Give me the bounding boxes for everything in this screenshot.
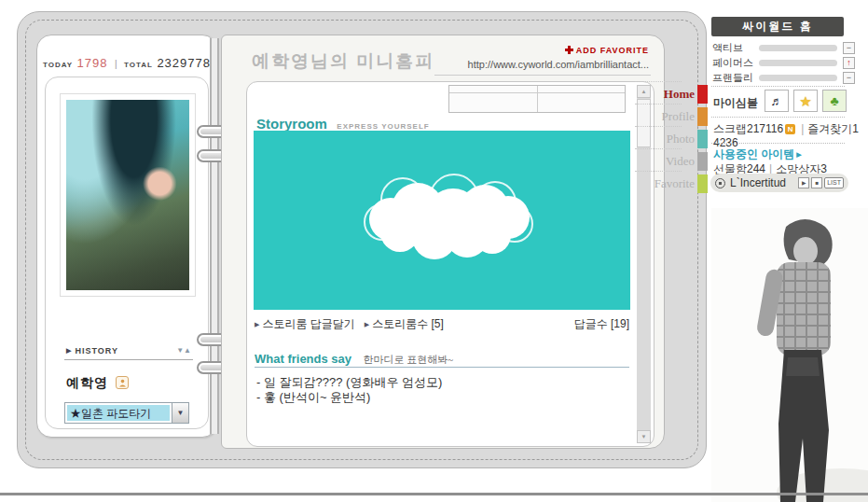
decorative-portrait-photo bbox=[711, 208, 868, 502]
scroll-down-button[interactable]: ▼ bbox=[637, 430, 651, 443]
sidebar-divider bbox=[711, 86, 845, 87]
visitor-counters: TODAY 1798 | TOTAL 2329778 bbox=[37, 54, 216, 71]
tab-home-color-bar bbox=[697, 85, 708, 104]
tree-icon[interactable]: ♣ bbox=[822, 90, 847, 112]
mysymbol-label: 마이심볼 bbox=[713, 95, 758, 111]
diary-book-cover: TODAY 1798 | TOTAL 2329778 ▶HISTORY ▼▲ 예… bbox=[17, 11, 707, 468]
scrap-favorites-row: 스크랩217116N|즐겨찾기1 bbox=[713, 121, 859, 137]
storyroom-count-label: 스토리룸수 [5] bbox=[372, 317, 444, 330]
storyroom-reply-link[interactable]: ▶스토리룸 답글달기 bbox=[255, 316, 355, 332]
owner-name: 예학영 bbox=[66, 375, 108, 390]
music-note-icon[interactable]: ♬ bbox=[765, 90, 789, 112]
tab-photo[interactable]: Photo bbox=[633, 128, 708, 150]
stat-friendly-row: 프랜들리 − bbox=[712, 71, 860, 84]
stat-active-row: 액티브 − bbox=[712, 41, 860, 54]
friends-divider bbox=[255, 367, 629, 368]
playlist-button[interactable]: LIST bbox=[824, 177, 844, 188]
stat-friendly-minus-icon[interactable]: − bbox=[843, 72, 855, 84]
sidebar-divider bbox=[711, 143, 845, 144]
new-badge-icon: N bbox=[785, 124, 795, 134]
tab-photo-color-bar bbox=[697, 130, 708, 148]
today-count: 1798 bbox=[77, 56, 108, 70]
storyroom-subtitle: EXPRESS YOURSELF bbox=[337, 122, 429, 131]
history-section[interactable]: ▶HISTORY ▼▲ bbox=[66, 346, 191, 356]
tab-photo-label: Photo bbox=[633, 128, 695, 146]
star-icon[interactable]: ★ bbox=[793, 90, 818, 112]
empty-info-table bbox=[448, 85, 626, 113]
dropdown-arrow-icon[interactable]: ▼ bbox=[172, 403, 188, 423]
friend-message: - 홓 (반석이~ 윤반석) bbox=[256, 389, 370, 406]
storyroom-canvas[interactable] bbox=[254, 131, 630, 310]
arrow-right-icon: ▶ bbox=[796, 151, 801, 158]
stat-famous-label: 페이머스 bbox=[712, 56, 759, 70]
header-divider bbox=[434, 75, 651, 76]
tab-profile[interactable]: Profile bbox=[633, 105, 708, 128]
stop-button[interactable]: ■ bbox=[811, 177, 822, 188]
page-bottom-rule bbox=[0, 493, 868, 495]
tab-video-color-bar bbox=[697, 152, 708, 171]
storyroom-links-row: ▶스토리룸 답글달기 ▶스토리룸수 [5] 답글수 [19] bbox=[255, 316, 629, 332]
cloud-doodle bbox=[364, 177, 531, 266]
favorites-link[interactable]: 즐겨찾기 bbox=[807, 122, 852, 135]
plus-icon bbox=[565, 46, 573, 54]
profile-photo bbox=[66, 100, 189, 290]
add-favorite-button[interactable]: ADD FAVORITE bbox=[565, 46, 649, 55]
triangle-bullet-icon: ▶ bbox=[255, 321, 259, 328]
tab-favorite[interactable]: Favorite bbox=[633, 173, 708, 195]
bgm-player: L`Incertitud ▶ ■ LIST bbox=[710, 174, 848, 192]
right-page: 예학영님의 미니홈피 ADD FAVORITE http://www.cywor… bbox=[221, 35, 665, 449]
ilchon-surf-dropdown[interactable]: ★일촌 파도타기 ▼ bbox=[64, 402, 189, 424]
portrait-silhouette bbox=[711, 208, 868, 502]
what-friends-say-subtitle: 한마디로 표현해봐~ bbox=[363, 354, 453, 365]
storyroom-reply-link-label: 스토리룸 답글달기 bbox=[262, 317, 354, 330]
profile-panel: ▶HISTORY ▼▲ 예학영 ★일촌 파도타기 ▼ bbox=[45, 77, 209, 429]
triangle-bullet-icon: ▶ bbox=[365, 321, 369, 328]
spiral-binding bbox=[210, 38, 219, 434]
storyroom-count-link[interactable]: ▶스토리룸수 [5] bbox=[365, 316, 444, 332]
tab-video[interactable]: Video bbox=[633, 150, 708, 173]
dropdown-selected-value: ★일촌 파도타기 bbox=[67, 405, 170, 421]
tab-favorite-color-bar bbox=[697, 174, 708, 193]
total-label: TOTAL bbox=[124, 61, 153, 69]
scrap-link[interactable]: 스크랩 bbox=[713, 122, 747, 135]
tab-home-label: Home bbox=[633, 83, 695, 102]
ilchon-badge-icon[interactable] bbox=[116, 376, 129, 389]
tab-home[interactable]: Home bbox=[633, 83, 708, 105]
content-area: Storyroom EXPRESS YOURSELF bbox=[246, 81, 654, 447]
stat-active-label: 액티브 bbox=[712, 41, 759, 55]
cyworld-home-button[interactable]: 싸이월드 홈 bbox=[711, 17, 844, 36]
counter-divider: | bbox=[115, 59, 117, 69]
owner-row: 예학영 bbox=[66, 374, 129, 392]
play-button[interactable]: ▶ bbox=[798, 177, 809, 188]
items-in-use-link[interactable]: 사용중인 아이템▶ bbox=[713, 146, 802, 162]
cyworld-minihompy-page: TODAY 1798 | TOTAL 2329778 ▶HISTORY ▼▲ 예… bbox=[0, 0, 868, 502]
left-page: TODAY 1798 | TOTAL 2329778 ▶HISTORY ▼▲ 예… bbox=[36, 35, 217, 438]
stat-active-bar bbox=[759, 45, 837, 51]
homepage-url: http://www.cyworld.com/iambrilliantact..… bbox=[468, 59, 649, 70]
reply-count: 답글수 [19] bbox=[574, 316, 629, 332]
what-friends-say-header: What friends say 한마디로 표현해봐~ bbox=[255, 350, 453, 367]
collapse-expand-icon[interactable]: ▼▲ bbox=[176, 346, 191, 355]
today-label: TODAY bbox=[43, 61, 73, 69]
bgm-track-title: L`Incertitud bbox=[730, 176, 796, 189]
tab-video-label: Video bbox=[633, 150, 695, 169]
profile-photo-frame bbox=[60, 93, 196, 297]
tab-favorite-label: Favorite bbox=[633, 173, 695, 191]
stat-famous-row: 페이머스 ↑ bbox=[712, 56, 860, 69]
total-count: 2329778 bbox=[157, 56, 211, 70]
storyroom-title: Storyroom bbox=[256, 116, 327, 132]
tab-profile-color-bar bbox=[697, 107, 708, 126]
stat-active-minus-icon[interactable]: − bbox=[843, 42, 855, 54]
triangle-bullet-icon: ▶ bbox=[66, 347, 72, 354]
text-divider: | bbox=[801, 122, 804, 135]
tab-profile-label: Profile bbox=[633, 105, 695, 124]
stat-famous-up-icon[interactable]: ↑ bbox=[843, 57, 855, 69]
cd-icon bbox=[715, 178, 725, 188]
items-in-use-label: 사용중인 아이템 bbox=[713, 147, 794, 160]
what-friends-say-title: What friends say bbox=[255, 352, 351, 366]
favorites-count-head: 1 bbox=[852, 122, 859, 135]
add-favorite-label: ADD FAVORITE bbox=[576, 46, 649, 55]
stat-friendly-label: 프랜들리 bbox=[712, 71, 759, 85]
history-label: HISTORY bbox=[75, 346, 118, 356]
page-title: 예학영님의 미니홈피 bbox=[252, 49, 434, 74]
